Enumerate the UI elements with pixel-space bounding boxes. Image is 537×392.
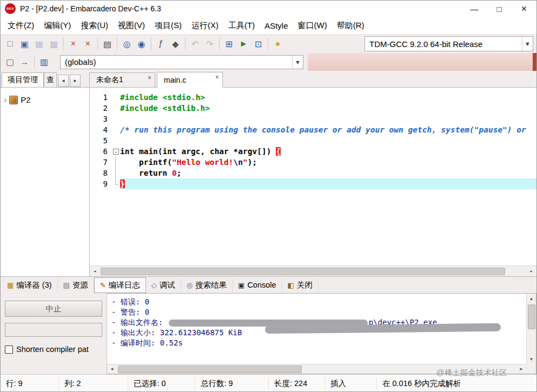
tab-resources[interactable]: ▤资源 bbox=[58, 278, 94, 293]
scrollbar-thumb[interactable] bbox=[118, 366, 302, 373]
icon-glyph: × bbox=[85, 39, 90, 49]
editor-tabs: 未命名1×main.c× bbox=[89, 72, 224, 87]
scroll-left-icon[interactable]: ◄ bbox=[90, 267, 100, 276]
fold-marker bbox=[111, 135, 120, 146]
console-icon: ▣ bbox=[238, 281, 244, 289]
new-file-icon[interactable]: □ bbox=[3, 37, 17, 51]
log-vscrollbar[interactable]: ▲ ▼ bbox=[526, 294, 536, 364]
find-icon[interactable]: ◎ bbox=[120, 37, 134, 51]
scrollbar-thumb[interactable] bbox=[101, 268, 505, 275]
code-line[interactable]: 8 return 0; bbox=[90, 168, 536, 178]
fold-marker[interactable]: - bbox=[111, 146, 120, 157]
class-browser-icon[interactable]: ▥ bbox=[37, 55, 51, 69]
code-line[interactable]: 9} bbox=[90, 178, 536, 189]
line-number[interactable]: 9 bbox=[90, 178, 111, 189]
close-button[interactable]: × bbox=[512, 1, 536, 17]
code-line[interactable]: 6-int main(int argc, char *argv[]) { bbox=[90, 146, 536, 157]
scroll-left-icon[interactable]: ◄ bbox=[107, 364, 117, 374]
tab-console[interactable]: ▣Console bbox=[233, 278, 282, 293]
toolbar-band bbox=[308, 53, 533, 71]
line-number[interactable]: 5 bbox=[90, 135, 111, 146]
line-number[interactable]: 6 bbox=[90, 146, 111, 157]
compile-run-icon[interactable]: ⊡ bbox=[251, 37, 266, 51]
tab-close-icon[interactable]: × bbox=[215, 74, 219, 81]
tab-close-icon[interactable]: × bbox=[148, 74, 151, 82]
minimize-button[interactable]: — bbox=[462, 1, 487, 17]
tab-scroll-left-icon[interactable]: ◄ bbox=[58, 75, 69, 87]
replace-icon[interactable]: ◉ bbox=[134, 37, 149, 51]
menu-item-8[interactable]: 窗口(W) bbox=[293, 18, 332, 33]
tab-compile-log[interactable]: ✎编译日志 bbox=[94, 277, 146, 293]
goto-icon[interactable]: → bbox=[17, 55, 32, 69]
line-number[interactable]: 2 bbox=[90, 103, 111, 114]
scroll-right-icon[interactable]: ► bbox=[516, 364, 526, 374]
tab-compiler[interactable]: ▦编译器 (3) bbox=[2, 278, 58, 293]
globals-select[interactable]: (globals) ▼ bbox=[60, 55, 303, 69]
line-number[interactable]: 1 bbox=[90, 92, 111, 103]
status-segment-3: 总行数: 9 bbox=[195, 378, 269, 390]
close-file-icon[interactable]: × bbox=[66, 37, 81, 51]
new-window-icon[interactable]: ▢ bbox=[3, 55, 17, 69]
maximize-button[interactable]: □ bbox=[487, 1, 512, 17]
line-number[interactable]: 4 bbox=[90, 124, 111, 135]
editor-hscrollbar[interactable]: ◄ ► bbox=[90, 265, 536, 276]
project-panel-tab-partial[interactable]: 查 bbox=[44, 72, 57, 87]
icon-glyph: □ bbox=[8, 39, 13, 49]
menu-item-3[interactable]: 视图(V) bbox=[113, 18, 150, 33]
code-line[interactable]: 5 bbox=[90, 135, 536, 146]
compiler-select[interactable]: TDM-GCC 9.2.0 64-bit Release ▼ bbox=[364, 36, 533, 51]
status-segment-0: 行: 9 bbox=[1, 378, 59, 390]
scroll-down-icon[interactable]: ▼ bbox=[527, 354, 536, 364]
tab-label: 编译日志 bbox=[109, 280, 140, 290]
tab-scroll-right-icon[interactable]: ► bbox=[70, 75, 81, 87]
open-file-icon[interactable]: ▣ bbox=[17, 37, 32, 51]
project-tree-item[interactable]: › P2 bbox=[1, 95, 89, 104]
menu-item-5[interactable]: 运行(X) bbox=[187, 18, 223, 33]
goto-function-icon[interactable]: ƒ bbox=[154, 37, 168, 51]
scroll-right-icon[interactable]: ► bbox=[527, 267, 536, 276]
menu-item-4[interactable]: 项目(S) bbox=[150, 18, 187, 33]
run-icon[interactable]: ► bbox=[236, 37, 251, 51]
scrollbar-thumb[interactable] bbox=[528, 304, 535, 329]
menu-item-9[interactable]: 帮助(R) bbox=[332, 18, 369, 33]
menu-item-2[interactable]: 搜索(U) bbox=[76, 18, 113, 33]
compile-log[interactable]: - 错误: 0- 警告: 0- 输出文件名: p\devc++\P2.exe- … bbox=[107, 293, 536, 374]
tab-search-results[interactable]: ◎搜索结果 bbox=[181, 278, 233, 293]
tree-expand-icon[interactable]: › bbox=[4, 96, 6, 104]
menu-item-0[interactable]: 文件(Z) bbox=[3, 18, 39, 33]
close-all-icon[interactable]: × bbox=[81, 37, 95, 51]
app-logo-icon: DEV bbox=[5, 3, 16, 14]
print-icon[interactable]: ▤ bbox=[100, 37, 115, 51]
menu-item-7[interactable]: AStyle bbox=[260, 19, 293, 32]
project-manager-tab[interactable]: 项目管理 bbox=[2, 72, 44, 87]
code-line[interactable]: 4/* run this program using the console p… bbox=[90, 124, 536, 135]
titlebar: DEV P2 - [P2.dev] - Embarcadero Dev-C++ … bbox=[1, 1, 536, 17]
line-number[interactable]: 8 bbox=[90, 168, 111, 178]
scroll-up-icon[interactable]: ▲ bbox=[527, 294, 536, 303]
compile-log-icon: ✎ bbox=[100, 281, 106, 289]
line-number[interactable]: 3 bbox=[90, 114, 111, 124]
toolbar-separator bbox=[63, 38, 64, 50]
project-panel: › P2 bbox=[1, 88, 90, 276]
code-editor[interactable]: 1#include <stdio.h>2#include <stdlib.h>3… bbox=[90, 88, 536, 276]
icon-glyph: ↶ bbox=[191, 39, 198, 49]
bookmark-icon[interactable]: ◆ bbox=[168, 37, 183, 51]
shorten-paths-checkbox[interactable] bbox=[5, 346, 13, 354]
line-number[interactable]: 7 bbox=[90, 157, 111, 168]
menu-item-1[interactable]: 编辑(Y) bbox=[39, 18, 76, 33]
code-line[interactable]: 1#include <stdio.h> bbox=[90, 92, 536, 103]
menu-item-6[interactable]: 工具(T) bbox=[223, 18, 260, 33]
editor-tab-0[interactable]: 未命名1× bbox=[89, 72, 155, 87]
code-line[interactable]: 3 bbox=[90, 114, 536, 124]
chevron-down-icon[interactable]: ▼ bbox=[522, 37, 533, 51]
compile-icon[interactable]: ⊞ bbox=[222, 37, 236, 51]
tab-debug[interactable]: ◇调试 bbox=[146, 278, 181, 293]
code-line[interactable]: 7 printf("Hello world!\n"); bbox=[90, 157, 536, 168]
code-line[interactable]: 2#include <stdlib.h> bbox=[90, 103, 536, 114]
fold-collapse-icon[interactable]: - bbox=[113, 149, 119, 155]
tab-close-panel[interactable]: ◧关闭 bbox=[282, 278, 319, 293]
editor-tab-1[interactable]: main.c× bbox=[157, 72, 223, 88]
icon-glyph: → bbox=[21, 57, 29, 67]
profile-icon[interactable]: ● bbox=[270, 37, 285, 51]
chevron-down-icon[interactable]: ▼ bbox=[292, 56, 303, 69]
